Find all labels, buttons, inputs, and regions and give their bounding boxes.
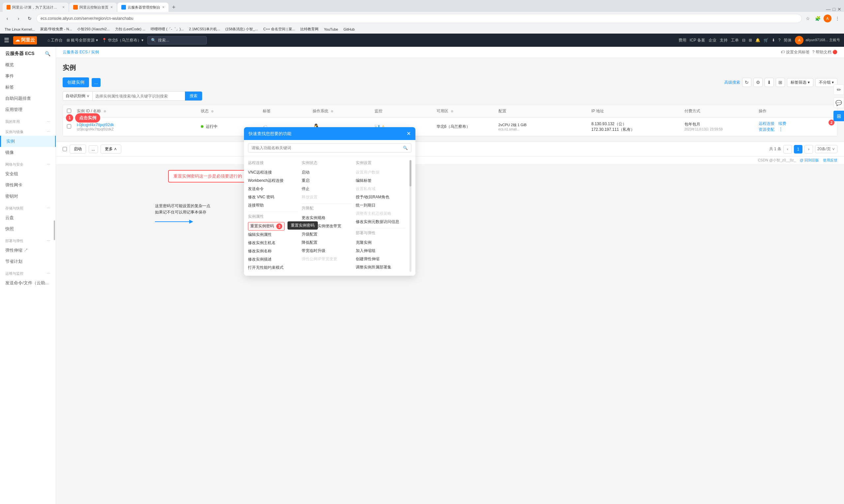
popup-item-edit-attr[interactable]: 编辑实例属性 [248, 231, 298, 239]
advanced-search-link[interactable]: 高级搜索 [724, 80, 740, 85]
sidebar-item-appmanage[interactable]: 应用管理 [0, 104, 56, 115]
rollback-link[interactable]: @ 回到旧版 [800, 158, 819, 163]
nav-help-icon[interactable]: ? [778, 38, 781, 42]
resource-config-link[interactable]: 资源变配 [759, 127, 774, 132]
batch-more-btn[interactable]: ... [89, 145, 98, 153]
per-page-select[interactable]: 20条/页 ∨ [815, 145, 838, 153]
reload-btn[interactable]: ↻ [25, 14, 34, 23]
col-filter-status[interactable]: ⊕ [211, 109, 214, 113]
popup-scrollbar[interactable] [410, 160, 411, 272]
popup-item-instname[interactable]: 修改实例名称 [248, 247, 298, 255]
address-bar[interactable]: ecs.console.aliyun.com/server/region/cn-… [36, 14, 802, 23]
popup-item-hostname[interactable]: 修改实例主机名 [248, 239, 298, 247]
bookmark-leetcode[interactable]: 力扣 (LeetCode) ... [113, 26, 148, 32]
col-filter-zone[interactable]: ⊕ [451, 109, 453, 113]
more-actions-btn[interactable]: ... [92, 78, 101, 87]
renew-link[interactable]: 续费 [778, 121, 786, 126]
download-icon-btn[interactable]: ⬇ [764, 78, 774, 87]
popup-item-edittag[interactable]: 编辑标签 [356, 177, 406, 185]
popup-scrollbar-thumb[interactable] [410, 160, 411, 186]
sidebar-scrollbar[interactable] [54, 220, 55, 240]
sidebar-item-instances[interactable]: 实例 [0, 136, 56, 147]
popup-item-temp-bw[interactable]: 带宽临时升级 [302, 247, 351, 255]
nav-notification-icon[interactable]: 🔔 [755, 38, 760, 42]
nav-icp[interactable]: ICP 备案 [690, 38, 705, 43]
batch-ops-btn[interactable]: 更多 ∧ [101, 145, 121, 154]
popup-item-unified-expire[interactable]: 统一到期日 [356, 201, 406, 210]
ops-more-btn[interactable]: ⋮ [778, 126, 783, 132]
section-more-icon[interactable]: ⋯ [47, 120, 50, 124]
header-search[interactable]: 🔍 搜索... [148, 36, 207, 44]
popup-item-instdesc[interactable]: 修改实例描述 [248, 255, 298, 264]
popup-item-connect-help[interactable]: 连接帮助 [248, 201, 298, 210]
popup-item-reset-pwd[interactable]: 重置实例密码 3 [248, 222, 285, 231]
popup-item-vnc[interactable]: VNC远程连接 [248, 168, 298, 177]
bookmark-github[interactable]: GitHub [342, 27, 357, 32]
bookmark-xiaozhi[interactable]: 小智293 (Xiaozhi2... [75, 26, 111, 32]
section-expand-icon[interactable]: ⋯ [47, 130, 50, 134]
bookmark-bilibili[interactable]: 哔哩哔哩 (「-゜」)... [149, 26, 186, 32]
popup-item-metadata[interactable]: 修改实例元数据访问信息 [356, 218, 406, 226]
page-1-btn[interactable]: 1 [794, 145, 803, 154]
sidebar-item-savings-plan[interactable]: 节省计划 [0, 256, 56, 267]
storage-section-more-icon[interactable]: ⋯ [47, 206, 50, 211]
popup-item-adjust-deploy-set[interactable]: 调整实例所属部署集 [356, 263, 406, 271]
refresh-icon-btn[interactable]: ↻ [742, 78, 751, 87]
bookmark-158[interactable]: (158条消息) 小智_... [223, 26, 260, 32]
sidebar-item-troubleshoot[interactable]: 自助问题排查 [0, 93, 56, 104]
tab-close-2[interactable]: × [110, 5, 113, 10]
bookmark-star-icon[interactable]: ☆ [804, 15, 812, 22]
sidebar-item-eni[interactable]: 弹性网卡 [0, 180, 56, 191]
instance-id-link[interactable]: i-0jlcqjnf4x7ttpqt92dk [77, 123, 114, 127]
select-all-checkbox[interactable] [67, 109, 71, 113]
hamburger-menu-icon[interactable]: ☰ [4, 37, 9, 44]
col-filter-os[interactable]: ⊕ [331, 109, 333, 113]
sidebar-item-disk[interactable]: 云盘 [0, 212, 56, 223]
col-filter-id[interactable]: ⊕ [104, 109, 106, 113]
batch-start-btn[interactable]: 启动 [70, 145, 86, 154]
next-page-btn[interactable]: › [805, 145, 813, 154]
deploy-section-more-icon[interactable]: ⋯ [47, 239, 50, 243]
nav-support[interactable]: 支持 [720, 38, 728, 43]
row-checkbox[interactable] [67, 124, 71, 128]
minimize-btn[interactable]: — [826, 6, 831, 12]
popup-item-join-group[interactable]: 加入伸缩组 [356, 247, 406, 255]
nav-language[interactable]: 简体 [784, 38, 792, 43]
quick-edit-btn[interactable]: ✏ [833, 84, 844, 95]
create-instance-btn[interactable]: 创建实例 [63, 77, 89, 87]
sidebar-item-events[interactable]: 事件 [0, 71, 56, 82]
bookmark-linux[interactable]: The Linux Kernel... [3, 27, 37, 32]
nav-cart-icon[interactable]: 🛒 [763, 38, 769, 42]
popup-item-change-spec[interactable]: 更改实例规格 [302, 214, 351, 222]
sidebar-item-overview[interactable]: 概览 [0, 59, 56, 71]
popup-item-restart[interactable]: 重启 [302, 177, 351, 185]
bookmark-youtube[interactable]: YouTube [322, 27, 340, 32]
nav-workorder[interactable]: 工单 [731, 38, 739, 43]
popup-item-noconstraint[interactable]: 打开无性能约束模式 [248, 264, 298, 272]
sidebar-item-tags[interactable]: 标签 [0, 82, 56, 93]
popup-item-downgrade[interactable]: 降低配置 [302, 238, 351, 247]
popup-item-clone[interactable]: 克隆实例 [356, 238, 406, 247]
popup-close-btn[interactable]: ✕ [407, 130, 411, 137]
set-global-tag-link[interactable]: 🏷 设置全局标签 [781, 49, 809, 55]
sidebar-item-images[interactable]: 镜像 [0, 147, 56, 158]
browser-menu-icon[interactable]: ⋮ [833, 15, 841, 22]
bookmark-bit[interactable]: 比特教育网 [298, 26, 321, 32]
sidebar-item-snapshot[interactable]: 快照 [0, 223, 56, 235]
popup-item-create-scaling[interactable]: 创建弹性伸缩 [356, 255, 406, 263]
network-section-more-icon[interactable]: ⋯ [47, 162, 50, 167]
popup-item-sendcmd[interactable]: 发送命令 [248, 185, 298, 193]
help-doc-link[interactable]: ? 帮助文档 🔴 [812, 49, 838, 55]
tab-close-3[interactable]: × [162, 5, 165, 10]
ops-section-more-icon[interactable]: ⋯ [47, 271, 50, 276]
sidebar-search-btn[interactable]: 🔍 [45, 51, 50, 56]
bottom-checkbox[interactable] [63, 147, 67, 151]
popup-item-stop[interactable]: 停止 [302, 185, 351, 193]
nav-resources[interactable]: ⊞ 账号全部资源 ▾ [67, 38, 98, 43]
sidebar-item-securitygroup[interactable]: 安全组 [0, 168, 56, 180]
sidebar-item-sendcmd[interactable]: 发送命令/文件（云助... [0, 277, 56, 289]
popup-search-input[interactable] [252, 146, 403, 150]
quick-grid-btn[interactable]: ⊞ [833, 111, 844, 121]
feedback-link[interactable]: 使用反馈 [823, 158, 838, 163]
bookmark-cpp[interactable]: C++ 命名空间 | 菜... [261, 26, 297, 32]
